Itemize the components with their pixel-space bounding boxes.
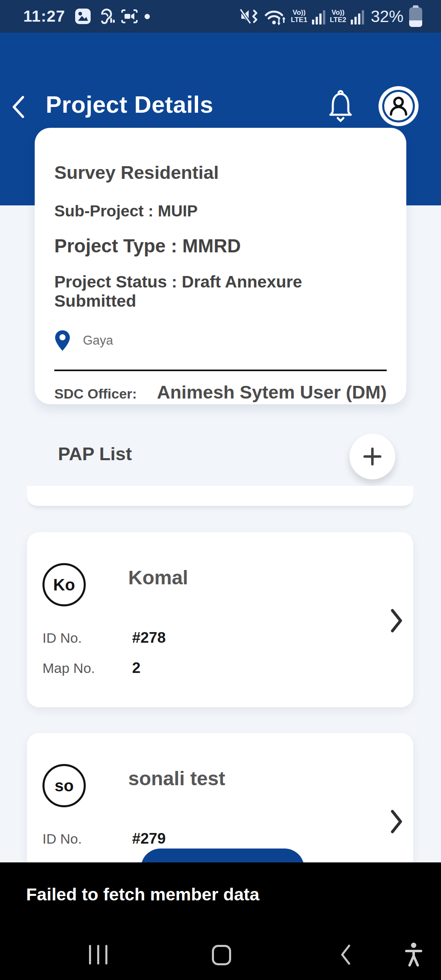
profile-icon <box>382 90 415 122</box>
battery-icon <box>409 5 422 27</box>
sub-project: Sub-Project : MUIP <box>54 202 387 220</box>
map-value: 2 <box>132 659 140 676</box>
notifications-button[interactable] <box>325 89 356 125</box>
recents-icon <box>89 945 91 964</box>
toast-overlay: Failed to fetch member data <box>0 862 441 980</box>
location-pin-icon <box>54 330 71 352</box>
status-system-icons: Vo)) LTE1 Vo)) LTE2 32% <box>240 5 422 27</box>
divider <box>54 370 387 371</box>
id-row: ID No. #279 <box>42 830 166 847</box>
map-row: Map No. 2 <box>42 659 140 677</box>
member-name: sonali test <box>128 767 225 790</box>
add-icon <box>363 447 382 466</box>
status-bar: 11:27 <box>0 0 441 33</box>
member-avatar: so <box>42 764 86 807</box>
screen-record-icon <box>121 9 138 24</box>
project-status: Project Status : Draft Annexure Submitte… <box>54 272 387 311</box>
member-avatar: Ko <box>42 563 86 606</box>
bell-icon <box>325 89 356 123</box>
project-details-card: Survey Residential Sub-Project : MUIP Pr… <box>35 128 406 404</box>
status-time: 11:27 <box>23 7 65 25</box>
battery-percent: 32% <box>371 7 403 26</box>
id-value: #279 <box>132 830 165 847</box>
toast-message: Failed to fetch member data <box>26 884 259 904</box>
officer-row: SDC Officer: Animesh Sytem User (DM) <box>54 382 387 403</box>
member-name: Komal <box>128 566 188 589</box>
chevron-right-icon[interactable] <box>390 809 403 834</box>
id-label: ID No. <box>42 630 128 646</box>
screen: 11:27 <box>0 0 441 980</box>
back-button[interactable] <box>11 96 24 120</box>
map-label: Map No. <box>42 660 128 676</box>
sim2-volte-label: Vo)) LTE2 <box>330 9 346 24</box>
person-icon <box>388 96 409 117</box>
sim1-volte-label: Vo)) LTE1 <box>291 9 307 24</box>
back-chevron-icon <box>11 96 24 118</box>
location-name: Gaya <box>83 333 113 348</box>
scrolled-card-edge <box>27 486 413 506</box>
location-row: Gaya <box>54 330 387 352</box>
accessibility-icon <box>404 942 423 967</box>
nav-home-button[interactable] <box>212 945 231 965</box>
pap-list-item[interactable]: Ko Komal ID No. #278 Map No. 2 <box>27 532 413 707</box>
nav-accessibility-button[interactable] <box>404 942 423 969</box>
gallery-icon <box>75 9 91 24</box>
profile-button[interactable] <box>379 86 419 126</box>
id-label: ID No. <box>42 831 128 847</box>
mute-vibrate-icon <box>240 8 259 25</box>
chevron-right-icon[interactable] <box>390 608 403 633</box>
notification-dot <box>145 14 150 19</box>
project-type: Project Type : MMRD <box>54 235 387 257</box>
hearing-icon <box>97 8 115 24</box>
project-title: Survey Residential <box>54 162 387 183</box>
id-value: #278 <box>132 629 165 646</box>
sim1-signal-icon <box>312 8 325 24</box>
nav-recents-button[interactable] <box>89 945 107 964</box>
avatar-initials: Ko <box>53 576 75 594</box>
officer-label: SDC Officer: <box>54 386 137 402</box>
avatar-initials: so <box>55 777 74 795</box>
sim2-signal-icon <box>351 8 364 24</box>
nav-back-icon <box>340 944 351 965</box>
nav-back-button[interactable] <box>340 944 351 967</box>
officer-name: Animesh Sytem User (DM) <box>157 382 387 403</box>
wifi-arrows-icon <box>263 7 286 26</box>
id-row: ID No. #278 <box>42 629 166 646</box>
status-notification-icons <box>75 8 138 24</box>
pap-list-title: PAP List <box>58 443 132 465</box>
page-title: Project Details <box>46 91 213 118</box>
add-pap-button[interactable] <box>350 434 395 479</box>
